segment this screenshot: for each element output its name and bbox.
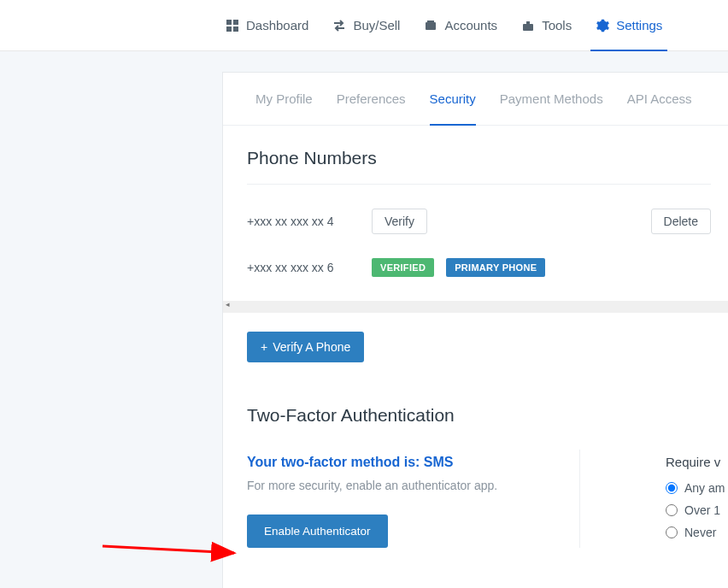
settings-panel: My Profile Preferences Security Payment … [222,72,728,588]
radio-over[interactable]: Over 1 [666,503,725,517]
tab-payment-methods[interactable]: Payment Methods [500,73,603,126]
settings-subtabs: My Profile Preferences Security Payment … [223,73,728,126]
nav-label: Accounts [444,18,497,32]
radio-label: Over 1 [684,503,720,517]
phone-number: +xxx xx xxx xx 6 [247,261,360,274]
section-title: Two-Factor Authentication [247,405,711,426]
two-factor-section: Two-Factor Authentication Your two-facto… [223,383,728,548]
radio-input[interactable] [666,504,678,516]
nav-accounts[interactable]: Accounts [412,0,509,51]
nav-buy-sell[interactable]: Buy/Sell [320,0,412,51]
radio-input[interactable] [666,482,678,494]
verified-badge: VERIFIED [372,258,434,277]
tab-label: Payment Methods [500,91,603,106]
phone-number: +xxx xx xxx xx 4 [247,215,360,228]
radio-label: Never [684,526,716,539]
tab-label: My Profile [255,91,313,106]
transfer-icon [332,19,346,32]
tab-label: API Access [627,91,692,106]
phone-row: +xxx xx xxx xx 6 VERIFIED PRIMARY PHONE [247,246,711,289]
svg-rect-6 [523,24,533,31]
svg-rect-5 [427,21,434,23]
tab-my-profile[interactable]: My Profile [255,73,313,126]
horizontal-scrollbar[interactable] [223,301,728,313]
verify-a-phone-button[interactable]: + Verify A Phone [247,332,364,362]
tab-security[interactable]: Security [430,73,476,126]
svg-rect-2 [226,26,232,32]
tab-label: Security [430,91,476,106]
nav-label: Dashboard [246,18,308,32]
svg-rect-3 [233,26,238,32]
tab-api-access[interactable]: API Access [627,73,692,126]
verify-button[interactable]: Verify [372,209,427,234]
tab-label: Preferences [337,91,406,106]
nav-label: Buy/Sell [353,18,400,32]
tools-icon [521,19,535,32]
primary-phone-badge: PRIMARY PHONE [446,258,545,277]
button-label: Verify A Phone [273,340,350,354]
dashboard-icon [226,19,239,32]
svg-rect-7 [526,21,530,25]
plus-icon: + [261,340,267,354]
phone-list: +xxx xx xxx xx 4 Verify Delete +xxx xx x… [247,184,711,289]
svg-rect-1 [233,20,238,25]
tab-preferences[interactable]: Preferences [337,73,406,126]
nav-tools[interactable]: Tools [509,0,584,51]
require-verification-title: Require v [666,455,725,469]
nav-label: Tools [542,18,572,32]
radio-never[interactable]: Never [666,526,725,539]
two-factor-method-panel: Your two-factor method is: SMS For more … [247,450,580,548]
radio-label: Any am [684,481,725,495]
phone-numbers-section: Phone Numbers +xxx xx xxx xx 4 Verify De… [223,126,728,362]
two-factor-method-title: Your two-factor method is: SMS [247,455,562,470]
svg-rect-0 [226,20,232,25]
radio-input[interactable] [666,526,678,538]
require-verification-panel: Require v Any am Over 1 Never [580,450,725,548]
svg-line-9 [103,546,234,553]
two-factor-content: Your two-factor method is: SMS For more … [247,450,711,548]
gear-icon [596,19,609,32]
nav-dashboard[interactable]: Dashboard [214,0,320,51]
nav-settings[interactable]: Settings [584,0,674,51]
phone-row: +xxx xx xxx xx 4 Verify Delete [247,197,711,246]
delete-button[interactable]: Delete [651,209,711,234]
wallet-icon [424,19,437,32]
section-title: Phone Numbers [247,148,711,168]
radio-any-amount[interactable]: Any am [666,481,725,495]
two-factor-description: For more security, enable an authenticat… [247,479,562,492]
nav-label: Settings [616,18,662,32]
svg-rect-4 [426,22,436,30]
top-navigation: Dashboard Buy/Sell Accounts Tools Settin… [0,0,728,51]
enable-authenticator-button[interactable]: Enable Authenticator [247,514,388,548]
